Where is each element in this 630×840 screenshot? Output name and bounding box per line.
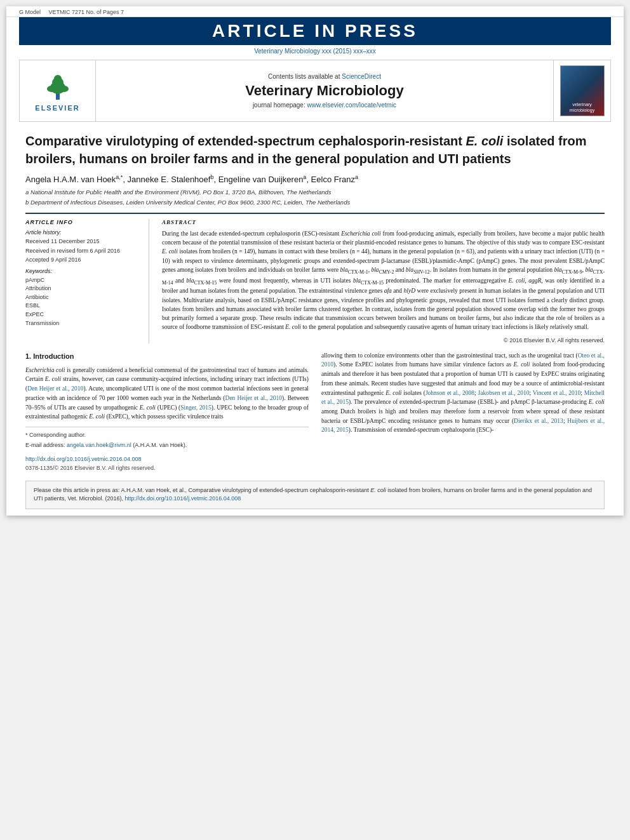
elsevier-text: ELSEVIER — [35, 104, 79, 112]
citation-box: Please cite this article in press as: A.… — [25, 481, 605, 509]
received-date: Received 11 December 2015 — [25, 237, 141, 246]
keyword-1: pAmpC — [25, 276, 141, 284]
article-info-abstract-section: ARTICLE INFO Article history: Received 1… — [25, 213, 605, 343]
keyword-6: Transmission — [25, 319, 141, 328]
keyword-5: ExPEC — [25, 310, 141, 319]
citation-doi-link[interactable]: http://dx.doi.org/10.1016/j.vetmic.2016.… — [125, 495, 241, 502]
journal-header-left: ELSEVIER — [20, 60, 96, 121]
journal-cover-text: veterinarymicrobiology — [570, 102, 594, 113]
ref-den-heijer-2010b[interactable]: Den Heijer et al., 2010 — [225, 395, 283, 401]
footnotes: * Corresponding author. E-mail address: … — [25, 427, 309, 450]
journal-homepage-link[interactable]: www.elsevier.com/locate/vetmic — [307, 102, 397, 109]
g-model-line: G Model VETMIC 7271 No. of Pages 7 — [19, 9, 611, 15]
ref-den-heijer-2010a[interactable]: Den Heijer et al., 2010 — [27, 385, 83, 392]
doi-link-line: http://dx.doi.org/10.1016/j.vetmic.2016.… — [25, 455, 309, 464]
abstract-col: ABSTRACT During the last decade extended… — [162, 219, 605, 343]
journal-header-right: veterinarymicrobiology — [553, 60, 610, 121]
abstract-head: ABSTRACT — [162, 219, 605, 225]
body-two-col: 1. Introduction Escherichia coli is gene… — [25, 351, 605, 473]
ref-dierikx-2013[interactable]: Dierikx et al., 2013 — [514, 418, 563, 424]
received-revised-date: Received in revised form 6 April 2016 — [25, 247, 141, 255]
sciencedirect-link[interactable]: ScienceDirect — [342, 73, 381, 80]
main-content: Comparative virulotyping of extended-spe… — [6, 126, 624, 516]
journal-url-line: Veterinary Microbiology xxx (2015) xxx–x… — [6, 45, 624, 56]
body-left-col: 1. Introduction Escherichia coli is gene… — [25, 351, 309, 473]
contents-line: Contents lists available at ScienceDirec… — [268, 73, 381, 80]
abstract-text: During the last decade extended-spectrum… — [162, 229, 605, 332]
ref-oteo-2010[interactable]: Oteo et al., 2010 — [321, 352, 605, 368]
affiliation-a: a National Institute for Public Health a… — [25, 188, 605, 196]
footnote-corresponding: * Corresponding author. — [25, 431, 309, 440]
accepted-date: Accepted 9 April 2016 — [25, 256, 141, 264]
keyword-4: ESBL — [25, 302, 141, 310]
svg-point-3 — [54, 75, 62, 83]
copyright-line: © 2016 Elsevier B.V. All rights reserved… — [162, 337, 605, 343]
journal-header-center: Contents lists available at ScienceDirec… — [96, 60, 553, 121]
affiliations: a National Institute for Public Health a… — [25, 188, 605, 206]
journal-url-link[interactable]: Veterinary Microbiology xxx (2015) xxx–x… — [254, 48, 376, 55]
elsevier-logo: ELSEVIER — [35, 70, 79, 112]
ref-singer-2015[interactable]: Singer, 2015 — [180, 404, 211, 411]
intro-para1: Escherichia coli is generally considered… — [25, 366, 309, 422]
keyword-2: Attribution — [25, 284, 141, 293]
journal-header: ELSEVIER Contents lists available at Sci… — [19, 60, 611, 122]
article-history-head: Article history: — [25, 229, 141, 236]
journal-title-main: Veterinary Microbiology — [245, 83, 403, 99]
body-right-col: allowing them to colonize environments o… — [321, 351, 605, 473]
ref-johnson-2008[interactable]: Johnson et al., 2008 — [426, 390, 474, 396]
keyword-3: Antibiotic — [25, 293, 141, 302]
intro-para2: allowing them to colonize environments o… — [321, 351, 605, 435]
authors: Angela H.A.M. van Hoeka,*, Janneke E. St… — [25, 174, 605, 184]
article-info-head: ARTICLE INFO — [25, 219, 141, 225]
page: G Model VETMIC 7271 No. of Pages 7 ARTIC… — [6, 6, 624, 516]
ref-vincent-2010[interactable]: Vincent et al., 2010 — [533, 390, 581, 396]
ref-jakobsen-2010[interactable]: Jakobsen et al., 2010 — [478, 390, 530, 396]
section1-title: 1. Introduction — [25, 351, 309, 362]
journal-cover-image: veterinarymicrobiology — [560, 65, 605, 116]
elsevier-tree-icon — [42, 70, 74, 102]
keywords-head: Keywords: — [25, 268, 141, 274]
svg-point-5 — [60, 86, 69, 92]
doi-link[interactable]: http://dx.doi.org/10.1016/j.vetmic.2016.… — [25, 456, 142, 462]
affiliation-b: b Department of Infectious Diseases, Lei… — [25, 198, 605, 206]
footnote-email: E-mail address: angela.van.hoek@rivm.nl … — [25, 441, 309, 450]
issn-line: 0378-1135/© 2016 Elsevier B.V. All right… — [25, 464, 309, 473]
article-title: Comparative virulotyping of extended-spe… — [25, 132, 605, 168]
email-link[interactable]: angela.van.hoek@rivm.nl — [67, 442, 131, 448]
header-top: G Model VETMIC 7271 No. of Pages 7 — [6, 6, 624, 17]
article-info-col: ARTICLE INFO Article history: Received 1… — [25, 219, 149, 343]
svg-point-4 — [47, 86, 56, 92]
journal-homepage-line: journal homepage: www.elsevier.com/locat… — [253, 102, 396, 109]
banner-text: ARTICLE IN PRESS — [212, 21, 418, 41]
article-in-press-banner: ARTICLE IN PRESS — [19, 17, 611, 45]
